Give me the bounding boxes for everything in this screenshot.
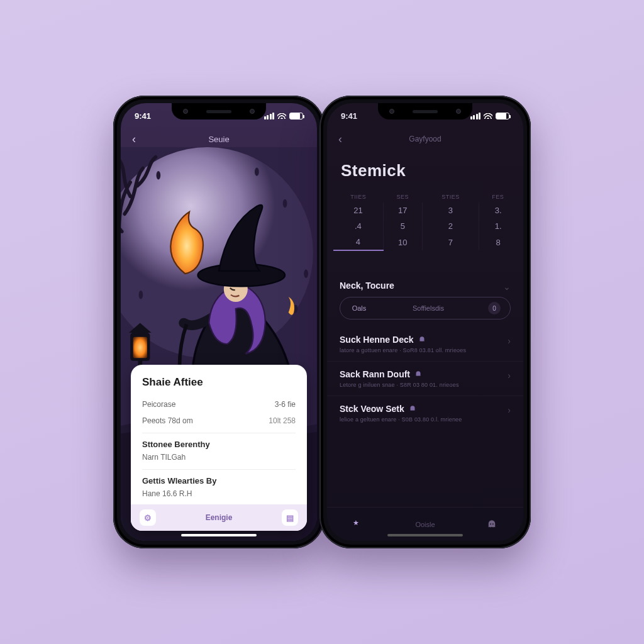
nav-title: Seuie <box>208 135 229 144</box>
chevron-right-icon: › <box>508 336 511 346</box>
calendar-cell[interactable]: 3 <box>422 203 479 218</box>
back-button[interactable]: ‹ <box>338 133 342 146</box>
row-value: 3-6 fie <box>275 400 296 409</box>
svg-point-15 <box>492 523 494 525</box>
screen-right: 9:41 ‹ Gayfyood Stemick TIIESSESSTIESFES… <box>327 103 523 541</box>
phone-frame-right: 9:41 ‹ Gayfyood Stemick TIIESSESSTIESFES… <box>319 96 531 548</box>
status-time: 9:41 <box>341 111 357 121</box>
ghost-icon <box>486 519 497 530</box>
chevron-right-icon: › <box>508 370 511 380</box>
page-title: Stemick <box>341 161 406 180</box>
svg-point-3 <box>255 167 259 175</box>
detail-row: Peicorase 3-6 fie <box>142 396 296 413</box>
footer-right-icon[interactable]: ▤ <box>282 509 298 526</box>
detail-card: Shaie Aftiee Peicorase 3-6 fie Peeots 78… <box>131 365 307 531</box>
status-time: 9:41 <box>135 111 151 121</box>
card-footer: ⚙ Eenigie ▤ <box>131 504 307 531</box>
calendar-cell[interactable]: 1. <box>479 218 517 234</box>
segment-badge: 0 <box>479 302 510 314</box>
battery-icon <box>496 113 509 119</box>
row-label: Peicorase <box>142 400 175 409</box>
svg-point-2 <box>157 171 161 179</box>
signal-icon <box>470 113 481 119</box>
row-label: Peeots 78d om <box>142 416 193 425</box>
chevron-down-icon: ⌄ <box>503 282 511 292</box>
calendar-cell[interactable]: 17 <box>383 203 422 218</box>
notch <box>378 103 472 119</box>
signal-icon <box>264 113 275 119</box>
list-section[interactable]: Neck, Tocure ⌄ Oals Soffielsdis 0 <box>327 273 523 327</box>
screen-left: 9:41 ‹ Seuie <box>121 103 317 541</box>
ghost-icon <box>418 335 426 344</box>
section-title: Neck, Tocure <box>340 280 511 291</box>
phone-frame-left: 9:41 ‹ Seuie <box>113 96 325 548</box>
back-button[interactable]: ‹ <box>132 133 136 146</box>
calendar-cell[interactable]: 5 <box>383 218 422 234</box>
svg-point-6 <box>304 270 308 278</box>
svg-rect-10 <box>133 337 147 358</box>
list-item[interactable]: Sack Rann Douft Letore g iniluen snae · … <box>327 361 523 396</box>
svg-point-5 <box>139 291 143 299</box>
footer-left-icon[interactable]: ⚙ <box>140 509 156 526</box>
calendar-cell[interactable]: .4 <box>333 218 383 234</box>
calendar-header[interactable]: TIIES <box>333 191 383 203</box>
item-title: Stck Veow Setk <box>340 404 511 414</box>
calendar-cell[interactable]: 2 <box>422 218 479 234</box>
card-subheading[interactable]: Gettis Wlearties By <box>142 476 296 486</box>
segmented-control[interactable]: Oals Soffielsdis 0 <box>340 297 511 319</box>
battery-icon <box>289 113 303 119</box>
home-indicator[interactable] <box>181 534 257 536</box>
segment-option[interactable]: Soffielsdis <box>378 304 479 312</box>
tab-profile[interactable] <box>486 519 497 530</box>
calendar-cell[interactable]: 8 <box>479 234 517 250</box>
ghost-icon <box>408 404 417 413</box>
calendar-header[interactable]: STIES <box>422 191 479 203</box>
list-item[interactable]: Suck Henne Deck latore a gottuen enare ·… <box>327 327 523 361</box>
footer-label[interactable]: Eenigie <box>206 513 233 522</box>
segment-option[interactable]: Oals <box>340 304 378 312</box>
wifi-icon <box>277 113 286 119</box>
calendar-cell[interactable]: 3. <box>479 203 517 218</box>
calendar-header[interactable]: SES <box>383 191 422 203</box>
calendar-header[interactable]: FES <box>479 191 517 203</box>
item-subtitle: lelioe a geltuen enare · S0B 03.80 0.l. … <box>340 416 511 423</box>
home-indicator[interactable] <box>387 534 463 536</box>
calendar-cell[interactable]: 21 <box>333 203 383 218</box>
item-subtitle: Letore g iniluen snae · S8R 03 80 01. nr… <box>340 382 511 388</box>
nav-title: Gayfyood <box>409 135 441 143</box>
tab-center[interactable]: Ooisle <box>415 521 435 528</box>
calendar-cell[interactable]: 10 <box>383 234 422 250</box>
item-subtitle: latore a gottuen enare · SoR8 03.81 oll.… <box>340 347 511 353</box>
item-title: Sack Rann Douft <box>340 369 511 379</box>
card-subheading[interactable]: Sttonee Berenthy <box>142 440 296 449</box>
tab-favorites[interactable]: ★ <box>353 519 364 530</box>
calendar-strip[interactable]: TIIESSESSTIESFES 211733..4521.41078 <box>333 191 517 251</box>
notch <box>172 103 266 119</box>
chevron-right-icon: › <box>508 405 511 415</box>
card-title: Shaie Aftiee <box>142 376 296 389</box>
nav-bar-left: ‹ Seuie <box>121 130 317 148</box>
nav-bar-right: ‹ Gayfyood <box>327 130 523 148</box>
calendar-cell[interactable]: 7 <box>422 234 479 250</box>
ghost-icon <box>414 370 423 379</box>
list-item[interactable]: Stck Veow Setk lelioe a geltuen enare · … <box>327 396 523 430</box>
item-title: Suck Henne Deck <box>340 335 511 345</box>
wifi-icon <box>484 113 492 119</box>
detail-row: Peeots 78d om 10lt 258 <box>142 413 296 429</box>
svg-point-4 <box>283 199 287 208</box>
content-list: Neck, Tocure ⌄ Oals Soffielsdis 0 Suck H… <box>327 273 523 504</box>
svg-point-14 <box>490 523 491 525</box>
row-value: 10lt 258 <box>269 416 296 425</box>
calendar-cell[interactable]: 4 <box>333 234 383 250</box>
